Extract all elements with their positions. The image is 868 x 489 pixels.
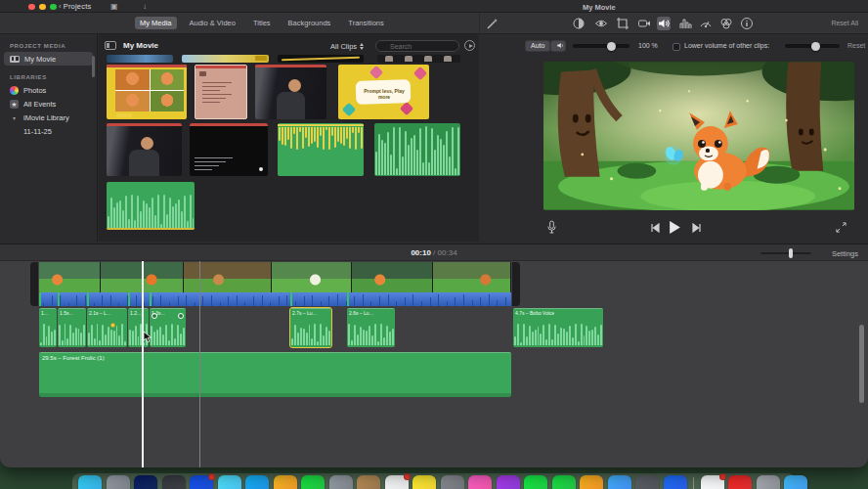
mute-button[interactable]: [550, 40, 566, 52]
background-music-clip[interactable]: 29.5s – Forest Frolic (1): [39, 352, 511, 397]
media-thumbnail-promo[interactable]: Prompt less, Play more: [338, 65, 429, 119]
dock-app-icon[interactable]: [580, 475, 603, 489]
dock-app-icon[interactable]: [728, 475, 752, 489]
dock-app-icon[interactable]: [701, 475, 724, 489]
dock-app-icon[interactable]: [635, 475, 659, 489]
dock-app-icon[interactable]: [357, 475, 380, 489]
dock-app-icon[interactable]: [664, 475, 687, 489]
stabilization-icon[interactable]: [637, 17, 651, 30]
play-preview-icon[interactable]: [464, 40, 475, 51]
dock-app-icon[interactable]: [412, 475, 436, 489]
media-thumbnail-wave-yellow[interactable]: [278, 123, 364, 176]
close-window-button[interactable]: [28, 4, 35, 11]
audio-clip[interactable]: 4.7s – Bobo Voice: [513, 308, 603, 347]
sidebar-item-imovie-library[interactable]: ▾iMovie Library: [4, 111, 93, 124]
dock-app-icon[interactable]: [218, 475, 241, 489]
audio-clip[interactable]: 1…: [39, 308, 57, 347]
previous-frame-button[interactable]: [650, 223, 660, 233]
clip-filters-icon[interactable]: [719, 17, 733, 30]
dock-app-icon[interactable]: [190, 475, 213, 489]
audio-clip[interactable]: 1.5s…: [58, 308, 86, 347]
volume-icon[interactable]: [657, 17, 671, 30]
tab-audio-video[interactable]: Audio & Video: [185, 17, 240, 29]
lower-volume-slider[interactable]: [785, 44, 840, 48]
timeline-settings-button[interactable]: Settings: [832, 249, 858, 258]
crop-icon[interactable]: [616, 17, 629, 30]
media-thumbnail-person[interactable]: [255, 65, 326, 119]
dock-app-icon[interactable]: [608, 475, 631, 489]
dock-app-icon[interactable]: [301, 475, 325, 489]
sidebar-item-11-11-25[interactable]: 11-11-25: [4, 124, 93, 138]
media-thumbnail-wave-green[interactable]: [374, 123, 460, 176]
color-correction-icon[interactable]: [594, 17, 608, 30]
tab-titles[interactable]: Titles: [248, 17, 276, 29]
tab-backgrounds[interactable]: Backgrounds: [283, 17, 336, 29]
clip-zoom-slider[interactable]: [760, 252, 811, 254]
volume-point-icon[interactable]: [110, 323, 115, 328]
media-thumbnail-person[interactable]: [107, 123, 182, 176]
media-thumbnail-strip-blue[interactable]: [107, 55, 173, 63]
media-thumbnail-collage[interactable]: [107, 65, 187, 119]
volume-slider[interactable]: [573, 44, 629, 48]
speed-icon[interactable]: [699, 17, 713, 30]
reset-all-button[interactable]: Reset All: [831, 20, 858, 26]
sidebar-item-my-movie[interactable]: My Movie: [4, 52, 93, 66]
media-thumbnail-strip-gradient[interactable]: [182, 55, 269, 63]
media-thumbnail-terminal[interactable]: [190, 123, 268, 176]
zoom-window-button[interactable]: [50, 4, 57, 11]
import-media-icon[interactable]: ▣: [110, 2, 118, 11]
sidebar-scrollbar[interactable]: [92, 56, 95, 77]
enhance-wand-icon[interactable]: [486, 17, 499, 30]
audio-clip[interactable]: 2.6s – Lu…: [347, 308, 395, 347]
sidebar-item-all-events[interactable]: ★All Events: [4, 97, 93, 111]
fullscreen-icon[interactable]: [836, 222, 846, 233]
dock-app-icon[interactable]: [757, 475, 780, 489]
timeline-scrollbar[interactable]: [859, 325, 864, 403]
auto-volume-button[interactable]: Auto: [525, 40, 550, 52]
dock-app-icon[interactable]: [385, 475, 409, 489]
media-thumbnail-strip-wave[interactable]: [278, 55, 364, 63]
video-audio-waveform-bar[interactable]: [39, 292, 511, 306]
video-track-filmstrip[interactable]: [39, 262, 511, 292]
microphone-icon[interactable]: [546, 220, 557, 235]
clip-info-icon[interactable]: [740, 17, 754, 30]
dock-app-icon[interactable]: [78, 475, 102, 489]
noise-reduction-eq-icon[interactable]: [678, 17, 692, 30]
dock-app-icon[interactable]: [468, 475, 492, 489]
sidebar-toggle-icon[interactable]: [105, 41, 116, 50]
lower-volume-checkbox[interactable]: [673, 43, 680, 51]
audio-clip[interactable]: 1.3s…: [150, 308, 186, 347]
search-input[interactable]: [375, 40, 459, 52]
projects-back-button[interactable]: ‹Projects: [59, 2, 91, 11]
tab-transitions[interactable]: Transitions: [343, 17, 388, 29]
minimize-window-button[interactable]: [39, 4, 46, 11]
dock-app-icon[interactable]: [162, 475, 186, 489]
dock-app-icon[interactable]: [245, 475, 269, 489]
fade-handle-icon[interactable]: [152, 313, 157, 319]
clip-filter-dropdown[interactable]: All Clips: [330, 42, 364, 51]
play-button[interactable]: [669, 220, 681, 235]
fade-handle-icon[interactable]: [178, 313, 184, 319]
sidebar-item-photos[interactable]: Photos: [4, 83, 93, 97]
audio-clip[interactable]: 2.1s – L…: [87, 308, 127, 347]
clip-trim-handle-left[interactable]: [30, 262, 38, 306]
dock-app-icon[interactable]: [329, 475, 353, 489]
dock-app-icon[interactable]: [552, 475, 576, 489]
media-thumbnail-strip-figures[interactable]: [377, 55, 460, 63]
next-frame-button[interactable]: [692, 223, 702, 233]
dock-app-icon[interactable]: [274, 475, 297, 489]
color-balance-icon[interactable]: [572, 17, 586, 30]
download-import-icon[interactable]: ↓: [143, 2, 147, 11]
dock-app-icon[interactable]: [441, 475, 464, 489]
media-thumbnail-wave-wide[interactable]: [107, 182, 195, 230]
audio-clip[interactable]: 2.7s – Lu…: [290, 308, 331, 347]
dock-app-icon[interactable]: [784, 475, 807, 489]
reset-button[interactable]: Reset: [847, 42, 865, 49]
clip-trim-handle-right[interactable]: [512, 262, 520, 306]
playhead[interactable]: [142, 261, 144, 467]
dock-app-icon[interactable]: [134, 475, 157, 489]
dock-app-icon[interactable]: [524, 475, 547, 489]
dock-app-icon[interactable]: [497, 475, 520, 489]
dock-app-icon[interactable]: [107, 475, 130, 489]
tab-my-media[interactable]: My Media: [135, 17, 177, 29]
